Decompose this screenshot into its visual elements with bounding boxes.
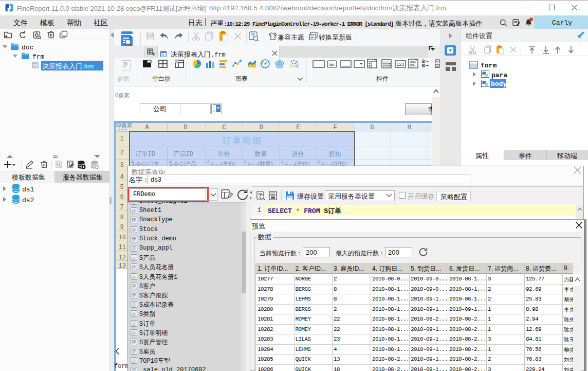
svg-text:lab: lab	[329, 62, 335, 67]
svg-text:SQL: SQL	[271, 197, 276, 200]
svg-text:123: 123	[397, 62, 405, 67]
